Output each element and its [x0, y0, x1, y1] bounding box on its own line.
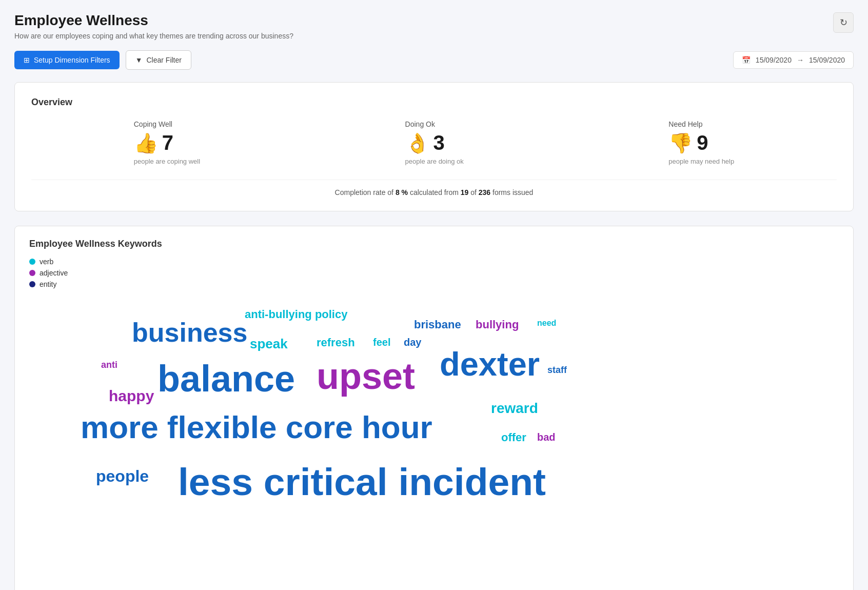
refresh-button[interactable]: ↻ — [833, 12, 854, 33]
verb-dot — [29, 259, 35, 265]
adjective-label: adjective — [40, 269, 68, 277]
legend-entity: entity — [29, 280, 68, 288]
clear-label: Clear Filter — [146, 56, 181, 64]
header-left: Employee Wellness How are our employees … — [14, 12, 293, 40]
word-speak: speak — [250, 337, 288, 350]
coping-well-number: 7 — [162, 131, 173, 154]
setup-dimension-filters-button[interactable]: ⊞ Setup Dimension Filters — [14, 51, 120, 69]
header-area: Employee Wellness How are our employees … — [14, 12, 854, 40]
word-reward: reward — [491, 401, 538, 416]
date-from: 15/09/2020 — [756, 56, 792, 64]
completion-total: 236 — [479, 188, 490, 196]
stat-coping-well: Coping Well 👍 7 people are coping well — [134, 120, 200, 165]
stat-doing-ok-label: Doing Ok — [405, 120, 464, 128]
word-anti: anti — [101, 360, 117, 369]
doing-ok-desc: people are doing ok — [405, 158, 464, 165]
word-brisbane: brisbane — [414, 319, 461, 330]
word-upset: upset — [317, 358, 415, 395]
toolbar: ⊞ Setup Dimension Filters ▼ Clear Filter… — [14, 50, 854, 70]
legend: verb adjective entity — [29, 258, 68, 288]
thumbs-down-emoji: 👎 — [668, 132, 693, 154]
word-business: business — [132, 319, 247, 346]
clear-filter-button[interactable]: ▼ Clear Filter — [126, 50, 191, 70]
overview-stats: Coping Well 👍 7 people are coping well D… — [31, 120, 837, 165]
word-offer: offer — [501, 432, 526, 443]
legend-adjective: adjective — [29, 269, 68, 277]
word-dexter: dexter — [440, 347, 540, 381]
stat-doing-ok: Doing Ok 👌 3 people are doing ok — [405, 120, 464, 165]
stat-need-help-label: Need Help — [668, 120, 734, 128]
word-bullying: bullying — [476, 319, 519, 330]
stat-coping-well-label: Coping Well — [134, 120, 200, 128]
word-anti-bullying-policy: anti-bullying policy — [245, 309, 347, 320]
table-icon: ⊞ — [24, 56, 30, 64]
page-subtitle: How are our employees coping and what ke… — [14, 32, 293, 40]
need-help-number: 9 — [697, 131, 708, 154]
keywords-title: Employee Wellness Keywords — [29, 239, 839, 249]
word-refresh: refresh — [317, 337, 355, 348]
word-happy: happy — [109, 388, 154, 404]
overview-card: Overview Coping Well 👍 7 people are copi… — [14, 82, 854, 211]
calendar-icon: 📅 — [742, 56, 751, 64]
page-title: Employee Wellness — [14, 12, 293, 29]
verb-label: verb — [40, 258, 53, 266]
coping-well-desc: people are coping well — [134, 158, 200, 165]
word-bad: bad — [537, 432, 556, 442]
entity-dot — [29, 281, 35, 287]
thumbs-up-emoji: 👍 — [134, 132, 158, 154]
completion-bar: Completion rate of 8 % calculated from 1… — [31, 180, 837, 196]
completion-count: 19 — [461, 188, 469, 196]
overview-title: Overview — [31, 97, 837, 108]
word-cloud: anti-bullying policybusinessspeakrefresh… — [29, 299, 839, 590]
word-people: people — [96, 468, 149, 484]
completion-mid: calculated from — [408, 188, 461, 196]
filter-icon: ▼ — [135, 56, 143, 64]
word-feel: feel — [373, 337, 390, 347]
completion-suffix: forms issued — [490, 188, 533, 196]
need-help-desc: people may need help — [668, 158, 734, 165]
completion-of: of — [468, 188, 478, 196]
page-container: Employee Wellness How are our employees … — [0, 0, 868, 590]
setup-label: Setup Dimension Filters — [34, 56, 110, 64]
word-need: need — [537, 319, 556, 327]
date-range-picker[interactable]: 📅 15/09/2020 → 15/09/2020 — [733, 51, 854, 69]
word-more-flexible-core-hour: more flexible core hour — [81, 411, 432, 443]
stat-need-help: Need Help 👎 9 people may need help — [668, 120, 734, 165]
entity-label: entity — [40, 280, 56, 288]
adjective-dot — [29, 270, 35, 276]
word-day: day — [404, 337, 421, 347]
keywords-section: Employee Wellness Keywords verb adjectiv… — [14, 226, 854, 590]
date-to: 15/09/2020 — [809, 56, 845, 64]
stat-need-help-value: 👎 9 — [668, 131, 734, 154]
word-staff: staff — [547, 365, 567, 375]
stat-doing-ok-value: 👌 3 — [405, 131, 464, 154]
arrow-icon: → — [797, 56, 804, 64]
completion-prefix: Completion rate of — [335, 188, 396, 196]
refresh-icon: ↻ — [840, 17, 847, 28]
word-balance: balance — [157, 360, 295, 397]
word-less-critical-incident: less critical incident — [178, 463, 546, 501]
ok-hand-emoji: 👌 — [405, 132, 429, 154]
legend-verb: verb — [29, 258, 68, 266]
stat-coping-well-value: 👍 7 — [134, 131, 200, 154]
completion-pct: 8 % — [396, 188, 408, 196]
doing-ok-number: 3 — [433, 131, 445, 154]
